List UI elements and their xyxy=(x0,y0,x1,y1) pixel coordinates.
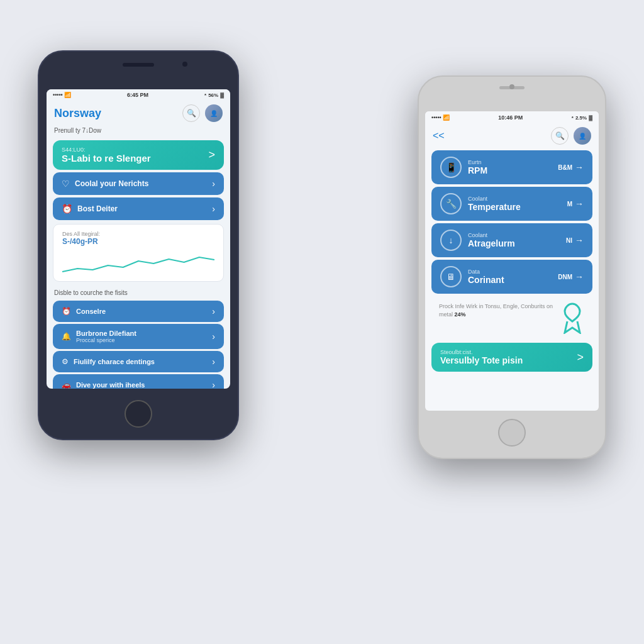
list-chevron-2: › xyxy=(212,357,215,367)
temp-arrow: → xyxy=(575,199,584,209)
list-chevron-0: › xyxy=(212,306,215,316)
coolant-sublabel: Coolant xyxy=(468,232,560,238)
info-highlight: 24% xyxy=(455,311,466,318)
blue-item-1[interactable]: ⏰ Bost Deiter › xyxy=(53,197,224,220)
sensor-item-coolant[interactable]: ↓ Coolant Atragelurm NI → xyxy=(431,223,592,257)
bell-icon: 🔔 xyxy=(62,332,71,341)
avatar[interactable]: 👤 xyxy=(205,104,223,122)
list-item-sub-1: Proccal sperice xyxy=(76,337,136,343)
right-status-bar: ••••• 📶 10:46 PM * 2.5% ▓ xyxy=(425,111,599,124)
right-search-button[interactable]: 🔍 xyxy=(551,127,569,145)
chart-line xyxy=(62,257,214,272)
list-item-title-3: Dive your with iheels xyxy=(76,381,145,389)
data-arrow: → xyxy=(575,272,584,282)
time-display: 6:45 PM xyxy=(127,92,148,98)
cta-title: Versulbly Tote pisin xyxy=(440,355,523,365)
cta-chevron: > xyxy=(577,351,584,364)
right-time-display: 10:46 PM xyxy=(498,114,523,121)
blue-item-0[interactable]: ♡ Coolal your Nerichts › xyxy=(53,172,224,195)
list-item-0[interactable]: ⏰ Conselre › xyxy=(53,301,224,322)
battery-display: 56% xyxy=(208,92,218,98)
phone-right: ••••• 📶 10:46 PM * 2.5% ▓ << 🔍 👤 📱 Eurtn xyxy=(418,75,606,459)
battery-icon: ▓ xyxy=(220,92,224,98)
rpm-name: RPM xyxy=(468,165,552,175)
back-button[interactable]: << xyxy=(433,130,445,142)
blue-item-label-1: Bost Deiter xyxy=(77,204,118,213)
temp-name: Temperature xyxy=(468,202,561,212)
temp-value: M xyxy=(567,201,572,208)
list-item-3[interactable]: 🚗 Dive your with iheels › xyxy=(53,374,224,389)
bluetooth-icon: * xyxy=(204,92,206,98)
sensor-item-rpm[interactable]: 📱 Eurtn RPM B&M → xyxy=(431,150,592,184)
app-title: Norsway xyxy=(54,107,101,120)
temp-icon: 🔧 xyxy=(440,193,462,214)
console-icon: ⏰ xyxy=(62,307,71,316)
coolant-name: Atragelurm xyxy=(468,238,560,248)
alarm-icon: ⏰ xyxy=(62,204,72,214)
sensor-item-temp[interactable]: 🔧 Coolant Temperature M → xyxy=(431,187,592,221)
data-sublabel: Data xyxy=(468,269,552,275)
info-box: Prock Infe Wirk in Tonsu, Engle, Conburi… xyxy=(431,297,592,339)
left-app-header: Norsway 🔍 👤 xyxy=(47,101,230,126)
coolant-value: NI xyxy=(566,237,572,244)
data-value: DNM xyxy=(558,274,572,280)
left-phone-screen: ••••• 📶 6:45 PM * 56% ▓ Norsway 🔍 👤 Pren… xyxy=(47,89,230,389)
chart-value: S-/40g-PR xyxy=(62,237,214,246)
section-label: Disble to courche the fisits xyxy=(47,286,230,299)
left-status-bar: ••••• 📶 6:45 PM * 56% ▓ xyxy=(47,89,230,101)
list-chevron-1: › xyxy=(212,331,215,341)
chevron-icon-1: › xyxy=(212,204,215,214)
app-subtitle: Prenull ty 7↓Dow xyxy=(47,126,230,138)
right-app-header: << 🔍 👤 xyxy=(425,124,599,148)
hero-title: S-Labi to re Slenger xyxy=(62,153,208,164)
sensor-item-data[interactable]: 🖥 Data Corinant DNM → xyxy=(431,260,592,294)
hero-card[interactable]: S44:LU0: S-Labi to re Slenger > xyxy=(53,140,224,170)
right-phone-screen: ••••• 📶 10:46 PM * 2.5% ▓ << 🔍 👤 📱 Eurtn xyxy=(425,111,599,411)
car-icon: 🚗 xyxy=(62,380,71,389)
list-chevron-3: › xyxy=(212,380,215,389)
hero-label: S44:LU0: xyxy=(62,147,208,153)
search-button[interactable]: 🔍 xyxy=(182,104,200,122)
data-name: Corinant xyxy=(468,275,552,285)
coolant-arrow: → xyxy=(575,235,584,245)
right-wifi-icon: 📶 xyxy=(443,114,450,121)
rpm-icon: 📱 xyxy=(440,157,462,178)
phone-left: ••••• 📶 6:45 PM * 56% ▓ Norsway 🔍 👤 Pren… xyxy=(38,50,239,440)
right-battery-icon: ▓ xyxy=(589,115,592,121)
ribbon-icon xyxy=(560,303,585,334)
rpm-arrow: → xyxy=(575,162,584,172)
rpm-sublabel: Eurtn xyxy=(468,159,552,165)
chevron-icon-0: › xyxy=(212,179,215,189)
right-signal-dots: ••••• xyxy=(431,114,441,121)
settings-icon: ⚙ xyxy=(62,357,69,366)
coolant-icon: ↓ xyxy=(440,230,462,251)
cta-sublabel: Steoulbt:cist. xyxy=(440,349,523,355)
temp-sublabel: Coolant xyxy=(468,196,561,202)
hero-chevron: > xyxy=(208,148,215,162)
chart-area xyxy=(62,250,214,275)
left-phone-camera xyxy=(182,62,187,67)
list-item-2[interactable]: ⚙ Fiulilfy charace dentings › xyxy=(53,351,224,372)
right-home-button[interactable] xyxy=(498,419,526,447)
rpm-value: B&M xyxy=(558,164,572,171)
right-phone-camera xyxy=(509,84,514,89)
list-item-title-0: Conselre xyxy=(76,308,106,315)
blue-item-label-0: Coolal your Nerichts xyxy=(75,179,148,188)
list-item-title-2: Fiulilfy charace dentings xyxy=(74,358,155,365)
chart-label: Des All Itegiral: xyxy=(62,231,214,237)
chart-card: Des All Itegiral: S-/40g-PR xyxy=(53,224,224,282)
cta-card[interactable]: Steoulbt:cist. Versulbly Tote pisin > xyxy=(431,343,592,372)
heart-icon: ♡ xyxy=(62,179,70,189)
list-item-title-1: Burbrone Dilefiant xyxy=(76,330,136,337)
list-item-1[interactable]: 🔔 Burbrone Dilefiant Proccal sperice › xyxy=(53,324,224,349)
data-icon: 🖥 xyxy=(440,266,462,287)
left-phone-speaker xyxy=(123,63,154,67)
wifi-icon: 📶 xyxy=(64,92,71,98)
right-bluetooth-icon: * xyxy=(572,115,574,121)
right-battery-display: 2.5% xyxy=(575,115,587,121)
left-home-button[interactable] xyxy=(125,400,152,428)
right-avatar[interactable]: 👤 xyxy=(574,127,591,145)
signal-dots: ••••• xyxy=(53,92,63,98)
